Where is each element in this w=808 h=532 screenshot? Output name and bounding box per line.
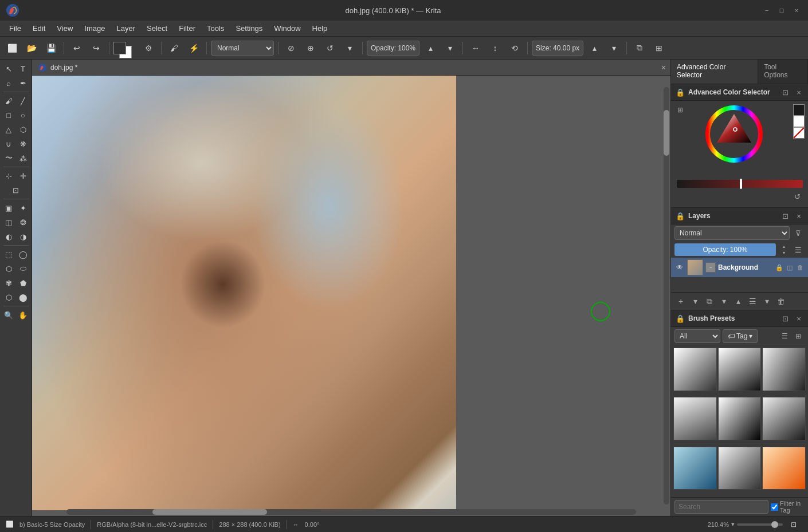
refresh-button[interactable]: ↺ [321,40,339,56]
undo-button[interactable]: ↩ [68,40,85,56]
color-settings-button[interactable]: ⚙ [140,40,157,56]
brush-preset-5[interactable] [718,397,762,440]
menu-filter[interactable]: Filter [173,22,201,34]
layers-close-button[interactable]: × [793,210,805,222]
text-tool[interactable]: T [16,62,30,76]
brush-preset-6[interactable] [762,397,806,440]
layer-opacity-bar[interactable]: Opacity: 100% [674,243,776,256]
erase-button[interactable]: ⊘ [283,40,300,56]
layer-lock-icon[interactable]: 🔒 [775,263,784,272]
opacity-up-button[interactable]: ▴ [422,40,439,56]
spray-tool[interactable]: ⁂ [16,151,30,165]
color-mode-button[interactable]: ⊕ [302,40,319,56]
color-preview-fg[interactable] [793,104,805,116]
color-preview-bg[interactable] [793,116,805,127]
color-triangle[interactable] [705,105,774,174]
foreground-color[interactable] [113,42,126,54]
color-selector-float-button[interactable]: ⊡ [779,86,791,98]
select-tool[interactable]: ↖ [2,62,15,76]
select-similar-tool[interactable]: ✾ [2,276,15,290]
layer-properties-arrow[interactable]: ▾ [760,295,773,308]
menu-layer[interactable]: Layer [111,22,141,34]
maximize-button[interactable]: □ [776,5,787,16]
menu-help[interactable]: Help [307,22,334,34]
brush-list-view-button[interactable]: ☰ [778,330,791,342]
burn-tool[interactable]: ◑ [16,230,30,243]
layer-blend-mode-select[interactable]: Normal Multiply [674,226,790,240]
layer-delete-icon[interactable]: 🗑 [795,263,805,272]
multibrush-tool[interactable]: ❋ [16,137,30,151]
layer-opacity-spinner[interactable]: ▴ ▾ [778,243,790,256]
freehand-select-tool[interactable]: ⌕ [2,76,15,90]
layer-alpha-icon[interactable]: ◫ [785,263,794,272]
add-layer-arrow[interactable]: ▾ [689,295,701,308]
move-tool[interactable]: ✛ [16,169,30,183]
color-wheel-container[interactable] [705,105,774,174]
brush-presets-close-button[interactable]: × [793,313,805,324]
layer-item[interactable]: 👁 ~ Background 🔒 ◫ 🗑 [671,258,808,277]
rotate-ccw-button[interactable]: ⟲ [506,40,523,56]
brush-presets-button[interactable]: 🖌 [166,40,183,56]
brush-preset-7[interactable] [673,447,717,490]
zoom-slider-thumb[interactable] [771,521,778,528]
brush-preset-2[interactable] [718,348,762,391]
color-selector-close-button[interactable]: × [793,86,805,98]
brush-filter-select[interactable]: All [674,329,720,343]
path-tool[interactable]: ⬡ [16,123,30,136]
select-magnetic-tool[interactable]: ⬟ [16,276,30,290]
menu-tools[interactable]: Tools [201,22,230,34]
horizontal-scrollbar[interactable] [66,509,636,515]
ellipse-tool[interactable]: ○ [16,108,30,122]
bezier-tool[interactable]: ∪ [2,137,15,151]
open-button[interactable]: 📂 [23,40,40,56]
hue-gradient-bar[interactable] [677,180,803,188]
close-tab-button[interactable]: × [661,63,666,72]
layers-float-button[interactable]: ⊡ [779,210,791,222]
fill-tool[interactable]: ▣ [2,201,15,215]
transform-tool[interactable]: ⊹ [2,169,15,183]
select-ellipse-tool[interactable]: ◯ [16,247,30,261]
opacity-control[interactable]: Opacity: 100% [367,41,419,56]
hue-bar-thumb[interactable] [740,179,742,189]
flip-h-button[interactable]: ↔ [467,40,484,56]
new-document-button[interactable]: ⬜ [3,40,21,56]
menu-view[interactable]: View [51,22,79,34]
menu-image[interactable]: Image [79,22,111,34]
select-bezier-tool[interactable]: ⬤ [16,290,30,304]
size-up-button[interactable]: ▴ [586,40,603,56]
size-control[interactable]: Size: 40.00 px [532,41,583,56]
redo-button[interactable]: ↪ [88,40,105,56]
menu-window[interactable]: Window [268,22,306,34]
line-tool[interactable]: ╱ [16,94,30,108]
layer-properties-button[interactable]: ☰ [746,295,759,308]
select-paint-tool[interactable]: ⬡ [2,290,15,304]
layer-visibility-button[interactable]: 👁 [674,262,685,273]
calligraphy-tool[interactable]: ✒ [16,76,30,90]
brush-preset-1[interactable] [673,348,717,391]
select-contiguous-tool[interactable]: ⬭ [16,262,30,275]
color-config-btn[interactable]: ⊞ [674,104,686,116]
refresh-color-button[interactable]: ↺ [791,190,803,203]
gradient-tool[interactable]: ◫ [2,215,15,229]
move-layer-down-button[interactable]: ▾ [717,295,730,308]
brush-grid-view-button[interactable]: ⊞ [792,330,805,342]
save-button[interactable]: 💾 [42,40,60,56]
more-blend-button[interactable]: ▾ [341,40,358,56]
minimize-button[interactable]: − [761,5,772,16]
canvas-wrapper[interactable] [32,76,670,516]
brush-search-input[interactable] [674,500,768,514]
select-polygon-tool[interactable]: ⬡ [2,262,15,275]
mirror-button[interactable]: ⧉ [631,40,648,56]
crop-tool[interactable]: ⊡ [9,183,23,197]
copy-layer-button[interactable]: ⧉ [703,295,716,308]
layer-filter-button[interactable]: ⊽ [792,227,805,239]
menu-file[interactable]: File [3,22,27,34]
menu-select[interactable]: Select [141,22,173,34]
smart-fill-tool[interactable]: ❂ [16,215,30,229]
menu-edit[interactable]: Edit [27,22,51,34]
add-layer-button[interactable]: + [674,295,687,308]
brush-preset-3[interactable] [762,348,806,391]
dodge-tool[interactable]: ◐ [2,230,15,243]
eyedropper-tool[interactable]: ✦ [16,201,30,215]
filter-in-tag-check-input[interactable] [771,503,778,511]
